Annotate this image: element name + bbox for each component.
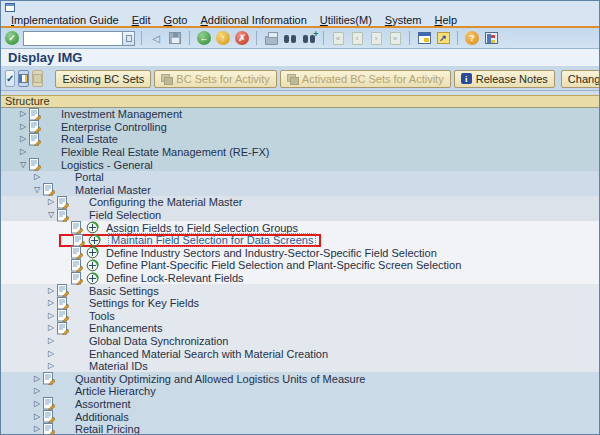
documentation-icon[interactable] <box>57 196 69 209</box>
documentation-icon[interactable] <box>57 297 69 310</box>
tree-node-label[interactable]: Portal <box>75 171 104 183</box>
doc-icon-slot[interactable] <box>43 423 57 435</box>
existing-bc-sets-button[interactable]: Existing BC Sets <box>55 70 151 88</box>
next-page-icon-button[interactable]: › <box>368 30 384 47</box>
first-page-icon-button[interactable]: « <box>330 30 346 47</box>
command-field-dropdown-icon[interactable] <box>123 31 135 46</box>
collapse-icon[interactable]: ▽ <box>45 211 57 219</box>
tree-row-enterprise-controlling[interactable]: ▷ Enterprise Controlling <box>1 121 599 134</box>
doc-icon-slot[interactable] <box>43 183 57 196</box>
collapse-icon[interactable]: ▽ <box>17 161 29 169</box>
tree-row-settings-for-key-fields[interactable]: ▷ Settings for Key Fields <box>1 297 599 310</box>
menu-additional-information[interactable]: Additional Information <box>200 14 306 26</box>
doc-icon-slot[interactable] <box>57 284 71 297</box>
tree-row-material-ids[interactable]: ▷Material IDs <box>1 360 599 373</box>
expand-icon[interactable]: ▷ <box>45 362 57 370</box>
documentation-icon[interactable] <box>43 410 55 423</box>
expand-icon[interactable]: ▷ <box>45 337 57 345</box>
expand-icon[interactable]: ▷ <box>17 148 29 156</box>
img-activity-icon[interactable] <box>86 272 99 285</box>
tree-node-label[interactable]: Retail Pricing <box>75 423 140 435</box>
doc-icon-slot[interactable] <box>71 246 85 259</box>
menu-implementation-guide[interactable]: Implementation Guide <box>11 14 119 26</box>
tree-node-label[interactable]: Define Plant-Specific Field Selection an… <box>106 259 461 271</box>
tree-node-label[interactable]: Tools <box>89 310 115 322</box>
find-icon-button[interactable] <box>282 30 298 47</box>
expand-icon[interactable]: ▷ <box>45 312 57 320</box>
doc-icon-slot[interactable] <box>71 272 85 285</box>
save-icon-button[interactable] <box>167 30 183 47</box>
tree-row-retail-pricing[interactable]: ▷ Retail Pricing <box>1 423 599 435</box>
doc-icon-slot[interactable] <box>29 120 43 133</box>
tree-row-enhancements[interactable]: ▷ Enhancements <box>1 322 599 335</box>
tree-node-label[interactable]: Enhancements <box>89 322 162 334</box>
checkmark-tree-icon-button[interactable]: ✓ <box>5 70 15 87</box>
tree-node-label[interactable]: Flexible Real Estate Management (RE-FX) <box>61 146 269 158</box>
find-next-icon-button[interactable] <box>301 30 317 47</box>
doc-icon-slot[interactable] <box>71 221 85 234</box>
documentation-icon[interactable] <box>29 108 41 121</box>
tree-row-configuring-the-material-master[interactable]: ▷ Configuring the Material Master <box>1 196 599 209</box>
tree-row-investment-management[interactable]: ▷ Investment Management <box>1 108 599 121</box>
tree-node-label[interactable]: Global Data Synchronization <box>89 335 228 347</box>
back-icon-button[interactable]: ← <box>196 30 212 47</box>
doc-icon-slot[interactable] <box>29 133 43 146</box>
tree-node-label[interactable]: Quantity Optimizing and Allowed Logistic… <box>75 373 365 385</box>
activity-icon-slot[interactable] <box>86 259 101 272</box>
doc-icon-slot[interactable] <box>29 108 43 121</box>
tree-row-real-estate[interactable]: ▷ Real Estate <box>1 133 599 146</box>
tree-row-field-selection[interactable]: ▽ Field Selection <box>1 209 599 222</box>
tree-node-label[interactable]: Configuring the Material Master <box>89 196 242 208</box>
tree-node-label[interactable]: Article Hierarchy <box>75 385 156 397</box>
documentation-icon[interactable] <box>71 246 83 259</box>
doc-icon-slot[interactable] <box>43 410 57 423</box>
expand-icon[interactable]: ▷ <box>31 173 43 181</box>
documentation-icon[interactable] <box>43 423 55 435</box>
tree-row-enhanced-material-search-with-material-creation[interactable]: ▷Enhanced Material Search with Material … <box>1 347 599 360</box>
activity-icon-slot[interactable] <box>86 272 101 285</box>
expand-icon[interactable]: ▷ <box>31 375 43 383</box>
tree-row-define-plant-specific-field-selection-and-plant-specific-screen-selection[interactable]: Define Plant-Specific Field Selection an… <box>1 259 599 272</box>
documentation-icon[interactable] <box>71 272 83 285</box>
tree-node-label[interactable]: Real Estate <box>61 133 118 145</box>
menu-system[interactable]: System <box>385 14 422 26</box>
tree-node-label[interactable]: Settings for Key Fields <box>89 297 199 309</box>
help-icon-button[interactable]: ? <box>464 30 480 47</box>
documentation-icon[interactable] <box>71 259 83 272</box>
expand-icon[interactable]: ▷ <box>45 198 57 206</box>
expand-icon[interactable]: ▷ <box>45 287 57 295</box>
tree-node-label[interactable]: Assortment <box>75 398 131 410</box>
img-activity-icon[interactable] <box>86 221 99 234</box>
tree-row-maintain-field-selection-for-data-screens[interactable]: Maintain Field Selection for Data Screen… <box>1 234 599 247</box>
menu-utilities-m[interactable]: Utilities(M) <box>320 14 372 26</box>
tree-node-label[interactable]: Enterprise Controlling <box>61 121 167 133</box>
documentation-icon[interactable] <box>71 221 83 234</box>
faded-grid-icon-button[interactable] <box>32 70 43 87</box>
tree-node-label[interactable]: Logistics - General <box>61 159 153 171</box>
menu-edit[interactable]: Edit <box>132 14 151 26</box>
tree-row-define-industry-sectors-and-industry-sector-specific-field-selection[interactable]: Define Industry Sectors and Industry-Sec… <box>1 247 599 260</box>
menu-goto[interactable]: Goto <box>164 14 188 26</box>
expand-icon[interactable]: ▷ <box>31 425 43 433</box>
documentation-icon[interactable] <box>57 322 69 335</box>
colored-grid-icon-button[interactable] <box>18 70 29 87</box>
documentation-icon[interactable] <box>73 234 85 247</box>
activity-icon-slot[interactable] <box>86 221 101 234</box>
doc-icon-slot[interactable] <box>71 259 85 272</box>
print-icon-button[interactable] <box>263 30 279 47</box>
tree-row-assign-fields-to-field-selection-groups[interactable]: Assign Fields to Field Selection Groups <box>1 221 599 234</box>
expand-icon[interactable]: ▷ <box>17 135 29 143</box>
enter-icon-button[interactable]: ✓ <box>4 30 20 47</box>
documentation-icon[interactable] <box>57 309 69 322</box>
tree-row-flexible-real-estate-management-re-fx[interactable]: ▷Flexible Real Estate Management (RE-FX) <box>1 146 599 159</box>
doc-icon-slot[interactable] <box>57 322 71 335</box>
doc-icon-slot[interactable] <box>29 158 43 171</box>
expand-icon[interactable]: ▷ <box>45 350 57 358</box>
tree-node-label[interactable]: Assign Fields to Field Selection Groups <box>106 222 298 234</box>
tree-row-basic-settings[interactable]: ▷ Basic Settings <box>1 284 599 297</box>
tree-node-label[interactable]: Maintain Field Selection for Data Screen… <box>108 233 316 247</box>
command-field-input[interactable] <box>23 31 123 46</box>
activity-icon-slot[interactable] <box>88 234 103 247</box>
previous-page-icon-button[interactable]: ‹ <box>349 30 365 47</box>
command-history-icon-button[interactable]: ◁ <box>148 30 164 47</box>
